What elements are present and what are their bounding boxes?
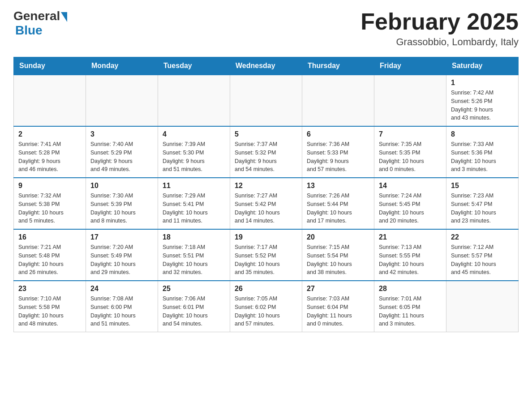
weekday-header-wednesday: Wednesday [230,57,302,75]
day-number: 18 [163,233,225,241]
day-info: Sunrise: 7:17 AMSunset: 5:52 PMDaylight:… [235,243,297,277]
logo-blue-text: Blue [15,23,43,38]
calendar-cell: 16Sunrise: 7:21 AMSunset: 5:48 PMDayligh… [14,229,86,281]
day-number: 6 [307,130,369,138]
calendar-header-row: SundayMondayTuesdayWednesdayThursdayFrid… [14,57,519,75]
day-number: 19 [235,233,297,241]
calendar-cell: 21Sunrise: 7:13 AMSunset: 5:55 PMDayligh… [374,229,446,281]
day-info: Sunrise: 7:10 AMSunset: 5:58 PMDaylight:… [18,295,81,328]
day-number: 4 [163,130,225,138]
day-number: 1 [451,79,514,87]
day-number: 24 [90,285,153,293]
day-number: 17 [90,233,153,241]
day-info: Sunrise: 7:23 AMSunset: 5:47 PMDaylight:… [451,192,514,225]
calendar-cell: 19Sunrise: 7:17 AMSunset: 5:52 PMDayligh… [230,229,302,281]
calendar-week-4: 16Sunrise: 7:21 AMSunset: 5:48 PMDayligh… [14,229,519,281]
logo-triangle-icon [61,12,67,22]
day-info: Sunrise: 7:36 AMSunset: 5:33 PMDaylight:… [307,140,369,174]
weekday-header-sunday: Sunday [14,57,86,75]
day-number: 10 [90,182,153,190]
day-info: Sunrise: 7:27 AMSunset: 5:42 PMDaylight:… [235,192,297,225]
day-number: 23 [18,285,81,293]
calendar-cell: 4Sunrise: 7:39 AMSunset: 5:30 PMDaylight… [158,126,230,178]
calendar-week-3: 9Sunrise: 7:32 AMSunset: 5:38 PMDaylight… [14,178,519,229]
calendar-cell: 13Sunrise: 7:26 AMSunset: 5:44 PMDayligh… [302,178,374,229]
day-number: 8 [451,130,514,138]
calendar-cell: 10Sunrise: 7:30 AMSunset: 5:39 PMDayligh… [86,178,158,229]
calendar-subtitle: Grassobbio, Lombardy, Italy [360,36,519,48]
page-header: General Blue February 2025 Grassobbio, L… [13,9,519,48]
calendar-cell: 14Sunrise: 7:24 AMSunset: 5:45 PMDayligh… [374,178,446,229]
day-number: 20 [307,233,369,241]
day-info: Sunrise: 7:13 AMSunset: 5:55 PMDaylight:… [379,243,442,277]
calendar-cell: 2Sunrise: 7:41 AMSunset: 5:28 PMDaylight… [14,126,86,178]
calendar-cell: 25Sunrise: 7:06 AMSunset: 6:01 PMDayligh… [158,281,230,332]
calendar-cell [446,281,519,332]
day-number: 13 [307,182,369,190]
day-info: Sunrise: 7:21 AMSunset: 5:48 PMDaylight:… [18,243,81,277]
day-info: Sunrise: 7:12 AMSunset: 5:57 PMDaylight:… [451,243,514,277]
logo: General Blue [13,9,67,38]
day-info: Sunrise: 7:41 AMSunset: 5:28 PMDaylight:… [18,140,81,174]
calendar-cell [14,75,86,126]
day-number: 26 [235,285,297,293]
day-info: Sunrise: 7:40 AMSunset: 5:29 PMDaylight:… [90,140,153,174]
day-number: 3 [90,130,153,138]
day-info: Sunrise: 7:42 AMSunset: 5:26 PMDaylight:… [451,89,514,122]
calendar-cell [158,75,230,126]
day-info: Sunrise: 7:26 AMSunset: 5:44 PMDaylight:… [307,192,369,225]
title-section: February 2025 Grassobbio, Lombardy, Ital… [360,9,519,48]
calendar-cell: 28Sunrise: 7:01 AMSunset: 6:05 PMDayligh… [374,281,446,332]
calendar-cell: 3Sunrise: 7:40 AMSunset: 5:29 PMDaylight… [86,126,158,178]
day-number: 12 [235,182,297,190]
day-info: Sunrise: 7:06 AMSunset: 6:01 PMDaylight:… [163,295,225,328]
weekday-header-friday: Friday [374,57,446,75]
logo-general-text: General [13,9,60,23]
day-number: 11 [163,182,225,190]
day-info: Sunrise: 7:05 AMSunset: 6:02 PMDaylight:… [235,295,297,328]
day-info: Sunrise: 7:24 AMSunset: 5:45 PMDaylight:… [379,192,442,225]
calendar-cell: 7Sunrise: 7:35 AMSunset: 5:35 PMDaylight… [374,126,446,178]
day-info: Sunrise: 7:01 AMSunset: 6:05 PMDaylight:… [379,295,442,328]
calendar-cell: 1Sunrise: 7:42 AMSunset: 5:26 PMDaylight… [446,75,519,126]
calendar-cell: 27Sunrise: 7:03 AMSunset: 6:04 PMDayligh… [302,281,374,332]
day-number: 7 [379,130,442,138]
calendar-week-5: 23Sunrise: 7:10 AMSunset: 5:58 PMDayligh… [14,281,519,332]
day-info: Sunrise: 7:30 AMSunset: 5:39 PMDaylight:… [90,192,153,225]
calendar-cell: 12Sunrise: 7:27 AMSunset: 5:42 PMDayligh… [230,178,302,229]
day-number: 2 [18,130,81,138]
day-number: 9 [18,182,81,190]
calendar-cell: 11Sunrise: 7:29 AMSunset: 5:41 PMDayligh… [158,178,230,229]
day-info: Sunrise: 7:18 AMSunset: 5:51 PMDaylight:… [163,243,225,277]
calendar-body: 1Sunrise: 7:42 AMSunset: 5:26 PMDaylight… [14,75,519,332]
day-number: 16 [18,233,81,241]
day-info: Sunrise: 7:33 AMSunset: 5:36 PMDaylight:… [451,140,514,174]
calendar-title: February 2025 [360,9,519,34]
calendar-cell: 9Sunrise: 7:32 AMSunset: 5:38 PMDaylight… [14,178,86,229]
weekday-header-saturday: Saturday [446,57,519,75]
calendar-cell [86,75,158,126]
calendar-cell: 17Sunrise: 7:20 AMSunset: 5:49 PMDayligh… [86,229,158,281]
day-info: Sunrise: 7:20 AMSunset: 5:49 PMDaylight:… [90,243,153,277]
day-number: 22 [451,233,514,241]
calendar-cell: 26Sunrise: 7:05 AMSunset: 6:02 PMDayligh… [230,281,302,332]
weekday-header-thursday: Thursday [302,57,374,75]
day-number: 15 [451,182,514,190]
day-number: 28 [379,285,442,293]
day-info: Sunrise: 7:32 AMSunset: 5:38 PMDaylight:… [18,192,81,225]
weekday-header-monday: Monday [86,57,158,75]
calendar-cell: 8Sunrise: 7:33 AMSunset: 5:36 PMDaylight… [446,126,519,178]
day-number: 5 [235,130,297,138]
day-number: 21 [379,233,442,241]
day-info: Sunrise: 7:35 AMSunset: 5:35 PMDaylight:… [379,140,442,174]
calendar-cell [230,75,302,126]
day-info: Sunrise: 7:15 AMSunset: 5:54 PMDaylight:… [307,243,369,277]
day-number: 25 [163,285,225,293]
calendar-cell [302,75,374,126]
calendar-cell: 22Sunrise: 7:12 AMSunset: 5:57 PMDayligh… [446,229,519,281]
day-info: Sunrise: 7:29 AMSunset: 5:41 PMDaylight:… [163,192,225,225]
day-number: 14 [379,182,442,190]
day-info: Sunrise: 7:03 AMSunset: 6:04 PMDaylight:… [307,295,369,328]
day-info: Sunrise: 7:37 AMSunset: 5:32 PMDaylight:… [235,140,297,174]
calendar-cell: 5Sunrise: 7:37 AMSunset: 5:32 PMDaylight… [230,126,302,178]
